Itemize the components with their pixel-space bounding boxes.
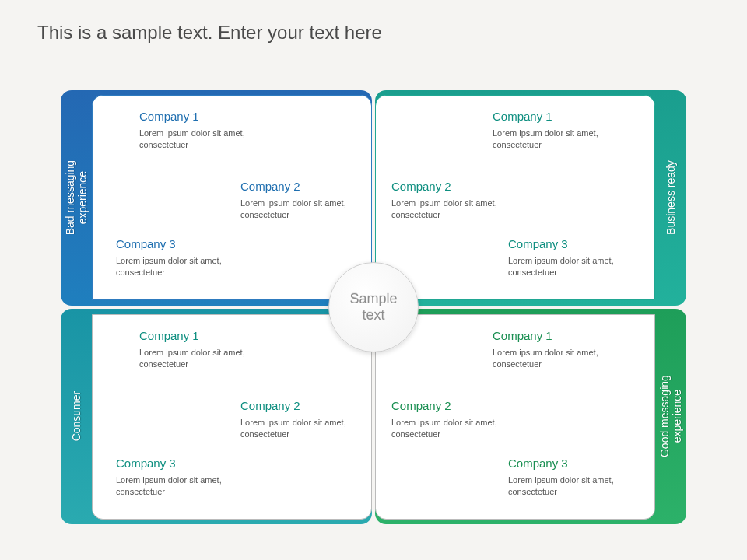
- company-body: Lorem ipsum dolor sit amet, consectetuer: [391, 417, 516, 440]
- tr-company-2: Company 2 Lorem ipsum dolor sit amet, co…: [391, 180, 516, 221]
- center-circle-text: Sample text: [349, 291, 397, 323]
- company-body: Lorem ipsum dolor sit amet, consectetuer: [240, 198, 365, 221]
- quadrant-bottom-right: Good messaging experience Company 1 Lore…: [375, 309, 686, 524]
- tl-company-1: Company 1 Lorem ipsum dolor sit amet, co…: [139, 110, 272, 151]
- tl-company-2: Company 2 Lorem ipsum dolor sit amet, co…: [240, 180, 365, 221]
- quadrant-tr-label: Business ready: [665, 161, 677, 236]
- quadrant-tr-label-wrap: Business ready: [655, 90, 686, 306]
- company-title: Company 2: [391, 180, 516, 193]
- company-body: Lorem ipsum dolor sit amet, consectetuer: [139, 347, 272, 370]
- quadrant-bl-label: Consumer: [70, 391, 82, 442]
- quadrant-tl-label-wrap: Bad messaging experience: [61, 90, 92, 306]
- company-title: Company 1: [493, 329, 625, 342]
- company-title: Company 3: [508, 237, 640, 250]
- company-body: Lorem ipsum dolor sit amet, consectetuer: [508, 255, 640, 278]
- quadrant-top-left: Bad messaging experience Company 1 Lorem…: [61, 90, 372, 306]
- company-title: Company 3: [116, 457, 248, 470]
- company-body: Lorem ipsum dolor sit amet, consectetuer: [116, 474, 248, 498]
- bl-company-1: Company 1 Lorem ipsum dolor sit amet, co…: [139, 329, 272, 370]
- quadrant-tr-card: Company 1 Lorem ipsum dolor sit amet, co…: [375, 95, 655, 300]
- company-title: Company 2: [391, 399, 516, 412]
- quadrant-top-right: Business ready Company 1 Lorem ipsum dol…: [375, 90, 686, 306]
- company-title: Company 1: [139, 329, 272, 342]
- quadrant-br-card: Company 1 Lorem ipsum dolor sit amet, co…: [375, 314, 655, 520]
- quadrant-br-label-wrap: Good messaging experience: [655, 309, 686, 524]
- company-body: Lorem ipsum dolor sit amet, consectetuer: [391, 198, 516, 221]
- br-company-3: Company 3 Lorem ipsum dolor sit amet, co…: [508, 457, 640, 498]
- quadrant-tl-label: Bad messaging experience: [64, 160, 89, 236]
- company-body: Lorem ipsum dolor sit amet, consectetuer: [240, 417, 365, 440]
- company-body: Lorem ipsum dolor sit amet, consectetuer: [116, 255, 248, 278]
- company-title: Company 3: [508, 457, 640, 470]
- company-body: Lorem ipsum dolor sit amet, consectetuer: [139, 128, 272, 151]
- tr-company-3: Company 3 Lorem ipsum dolor sit amet, co…: [508, 237, 640, 278]
- center-circle: Sample text: [328, 262, 419, 352]
- company-title: Company 3: [116, 237, 248, 250]
- quadrant-tl-card: Company 1 Lorem ipsum dolor sit amet, co…: [92, 95, 372, 300]
- company-title: Company 2: [240, 399, 365, 412]
- company-title: Company 1: [493, 110, 625, 123]
- page-title: This is a sample text. Enter your text h…: [37, 22, 382, 44]
- tl-company-3: Company 3 Lorem ipsum dolor sit amet, co…: [116, 237, 248, 278]
- bl-company-2: Company 2 Lorem ipsum dolor sit amet, co…: [240, 399, 365, 440]
- company-body: Lorem ipsum dolor sit amet, consectetuer: [508, 474, 640, 498]
- br-company-1: Company 1 Lorem ipsum dolor sit amet, co…: [493, 329, 625, 370]
- quadrant-bottom-left: Consumer Company 1 Lorem ipsum dolor sit…: [61, 309, 372, 524]
- tr-company-1: Company 1 Lorem ipsum dolor sit amet, co…: [493, 110, 625, 151]
- company-body: Lorem ipsum dolor sit amet, consectetuer: [493, 128, 625, 151]
- quadrant-bl-label-wrap: Consumer: [61, 309, 92, 524]
- company-title: Company 1: [139, 110, 272, 123]
- bl-company-3: Company 3 Lorem ipsum dolor sit amet, co…: [116, 457, 248, 498]
- br-company-2: Company 2 Lorem ipsum dolor sit amet, co…: [391, 399, 516, 440]
- quadrant-br-label: Good messaging experience: [658, 376, 683, 458]
- quadrant-bl-card: Company 1 Lorem ipsum dolor sit amet, co…: [92, 314, 372, 520]
- company-body: Lorem ipsum dolor sit amet, consectetuer: [493, 347, 625, 370]
- company-title: Company 2: [240, 180, 365, 193]
